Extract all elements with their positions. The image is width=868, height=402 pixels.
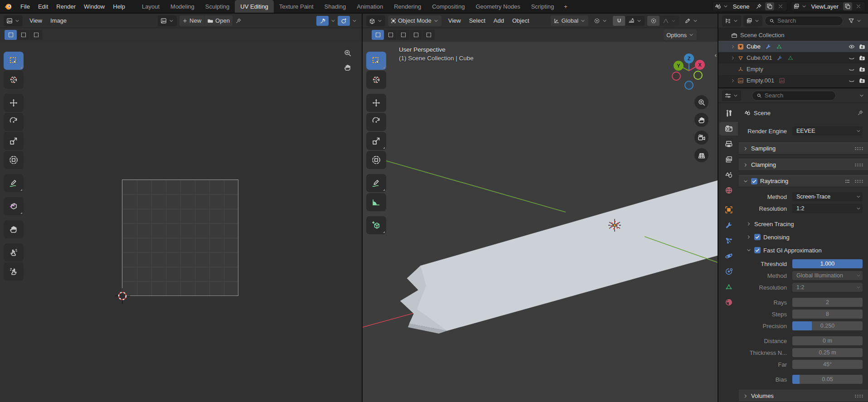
gizmo-axis-y[interactable]: Y	[674, 61, 684, 71]
menu-file[interactable]: File	[16, 1, 34, 12]
uv-tool-rotate[interactable]	[4, 113, 24, 131]
scene-selector[interactable]: Scene	[713, 1, 787, 11]
navigation-gizmo[interactable]: ZYX	[665, 42, 713, 92]
transform-orientation-dropdown[interactable]: Global	[551, 15, 589, 26]
render-visibility-camera-icon[interactable]	[859, 66, 865, 73]
menu-render[interactable]: Render	[52, 1, 80, 12]
workspace-tab-sculpting[interactable]: Sculpting	[200, 0, 235, 13]
thickness n...-number-field[interactable]: 0.25 m	[792, 348, 863, 357]
viewport-select-mode-extend[interactable]	[384, 30, 397, 40]
eye-closed-icon[interactable]	[849, 55, 855, 61]
outliner-item-label[interactable]: Cube.001	[747, 54, 772, 61]
delete-viewlayer-button[interactable]	[854, 2, 863, 10]
raytracing-resolution-dropdown[interactable]: 1:2	[792, 204, 863, 213]
zoom-icon[interactable]	[694, 95, 708, 109]
add-workspace-button[interactable]: +	[559, 3, 572, 10]
viewport-select-mode-subtract[interactable]	[397, 30, 409, 40]
chevron-down-icon[interactable]	[859, 93, 864, 98]
render-engine-dropdown[interactable]: EEVEE	[792, 126, 863, 136]
scene-name[interactable]: Scene	[730, 3, 752, 10]
chevron-down-icon[interactable]	[330, 16, 337, 26]
pin-icon[interactable]	[754, 2, 763, 10]
uv-tool-scale[interactable]	[4, 132, 24, 150]
viewport-menu-view[interactable]: View	[444, 15, 465, 26]
falloff-dropdown[interactable]	[660, 16, 679, 26]
uv-select-mode-extend[interactable]	[17, 30, 29, 40]
workspace-tab-layout[interactable]: Layout	[136, 0, 165, 13]
menu-window[interactable]: Window	[80, 1, 109, 12]
distance-number-field[interactable]: 0 m	[792, 336, 863, 345]
panel-grip[interactable]	[854, 179, 864, 183]
delete-scene-button[interactable]	[776, 2, 785, 10]
viewport-tool-rotate[interactable]	[366, 113, 386, 131]
render-visibility-camera-icon[interactable]	[859, 55, 865, 61]
gizmo-axis-z-neg[interactable]	[684, 81, 693, 90]
uv-select-mode-subtract[interactable]	[30, 30, 42, 40]
gizmo-axis-x-neg[interactable]	[672, 72, 681, 81]
denoising-checkbox[interactable]	[754, 234, 761, 240]
precision-slider[interactable]: 0.250	[792, 321, 863, 330]
gizmo-axis-z[interactable]: Z	[684, 53, 694, 63]
viewlayer-selector[interactable]: ViewLayer	[791, 1, 865, 11]
properties-tab-object-data[interactable]	[719, 280, 738, 294]
workspace-tab-compositing[interactable]: Compositing	[427, 0, 470, 13]
outliner-row-empty[interactable]: Empty	[718, 63, 868, 75]
properties-tab-constraints[interactable]	[719, 265, 738, 278]
open-image-button[interactable]: Open	[204, 15, 233, 26]
pan-hand-icon[interactable]	[344, 63, 352, 72]
properties-tab-object[interactable]	[719, 203, 738, 217]
viewport-tool-scale[interactable]	[366, 132, 386, 150]
viewlayer-name[interactable]: ViewLayer	[809, 3, 841, 10]
properties-tab-particles[interactable]	[719, 234, 738, 247]
blender-logo-icon[interactable]	[0, 2, 16, 10]
outliner-row-cube-001[interactable]: Cube.001	[718, 52, 868, 63]
viewport-tool-cursor[interactable]	[366, 71, 386, 89]
workspace-tab-shading[interactable]: Shading	[319, 0, 352, 13]
panel-volumes[interactable]: Volumes	[739, 390, 868, 402]
expand-arrow-icon[interactable]	[730, 44, 736, 49]
viewport-tool-box-select[interactable]	[366, 52, 386, 70]
expand-arrow-icon[interactable]	[730, 55, 736, 61]
annotation-tool-dropdown[interactable]	[682, 15, 701, 26]
viewport-menu-select[interactable]: Select	[465, 15, 490, 26]
workspace-tab-scripting[interactable]: Scripting	[526, 0, 560, 13]
pin-icon[interactable]	[235, 18, 242, 24]
copy-viewlayer-button[interactable]	[843, 2, 852, 10]
gizmo-axis-x[interactable]: X	[695, 60, 705, 70]
properties-search-input[interactable]	[765, 92, 831, 99]
proportional-edit-toggle[interactable]	[338, 16, 350, 26]
camera-view-icon[interactable]	[694, 131, 708, 145]
presets-list-icon[interactable]	[844, 178, 851, 184]
method-dropdown[interactable]: Global Illumination	[792, 271, 863, 280]
gizmo-axis-y-neg[interactable]	[693, 71, 703, 80]
uv-tool-grab[interactable]	[4, 220, 24, 238]
menu-edit[interactable]: Edit	[34, 1, 52, 12]
outliner-row-cube[interactable]: Cube	[718, 41, 868, 52]
uv-tool-relax[interactable]	[4, 243, 24, 262]
viewport-menu-object[interactable]: Object	[508, 15, 533, 26]
viewport-select-mode-invert[interactable]	[410, 30, 422, 40]
outliner-item-label[interactable]: Empty	[747, 66, 763, 73]
new-image-button[interactable]: New	[179, 15, 204, 26]
panel-sampling[interactable]: Sampling	[739, 142, 868, 155]
eye-closed-icon[interactable]	[849, 77, 855, 84]
menu-help[interactable]: Help	[109, 1, 129, 12]
filter-dropdown[interactable]	[845, 15, 864, 26]
eye-open-icon[interactable]	[849, 44, 855, 50]
properties-tab-physics[interactable]	[719, 249, 738, 263]
editor-type-button[interactable]	[722, 15, 741, 26]
properties-tab-tool[interactable]	[719, 107, 738, 120]
raytracing-checkbox[interactable]	[751, 178, 757, 184]
outliner-search[interactable]	[765, 16, 843, 26]
viewport-menu-add[interactable]: Add	[490, 15, 508, 26]
uv-2d-cursor[interactable]	[115, 288, 130, 304]
chevron-down-icon[interactable]	[351, 16, 358, 26]
panel-denoising[interactable]: Denoising	[739, 231, 868, 243]
orthographic-toggle-icon[interactable]	[694, 148, 708, 162]
editor-type-button[interactable]	[4, 15, 23, 26]
viewport-tool-add-cube[interactable]	[366, 216, 386, 234]
render-visibility-camera-icon[interactable]	[859, 44, 865, 50]
workspace-tab-animation[interactable]: Animation	[351, 0, 388, 13]
threshold-slider[interactable]: 1.000	[792, 259, 863, 268]
outliner-row-empty-001[interactable]: Empty.001	[718, 75, 868, 86]
